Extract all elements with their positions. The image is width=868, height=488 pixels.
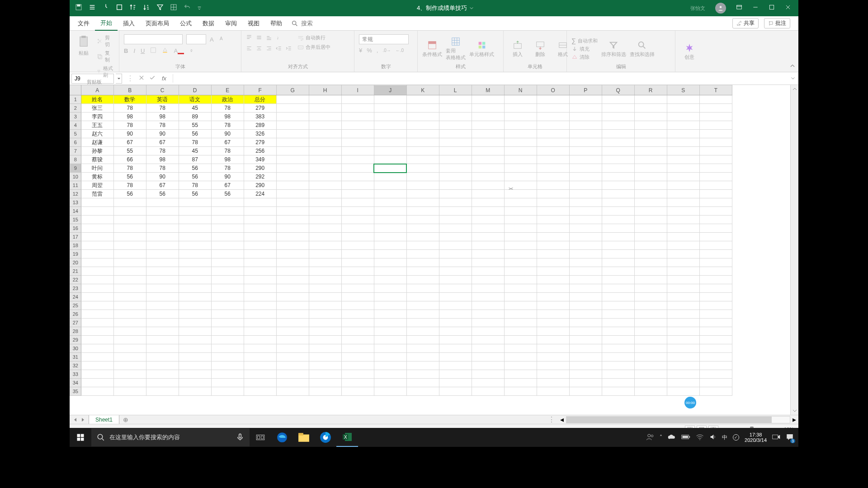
row-header[interactable]: 23 bbox=[70, 284, 81, 293]
cell[interactable] bbox=[504, 284, 537, 293]
cell[interactable] bbox=[602, 327, 634, 336]
cell[interactable] bbox=[211, 241, 244, 250]
cell[interactable] bbox=[406, 233, 439, 241]
cell[interactable] bbox=[667, 293, 699, 301]
row-header[interactable]: 4 bbox=[70, 121, 81, 130]
cell[interactable] bbox=[472, 207, 504, 216]
scroll-up-icon[interactable] bbox=[791, 85, 798, 93]
cell[interactable] bbox=[504, 344, 537, 353]
cell[interactable] bbox=[374, 344, 406, 353]
cell[interactable] bbox=[406, 95, 439, 104]
cell[interactable] bbox=[472, 181, 504, 190]
cell[interactable] bbox=[146, 310, 179, 319]
cell[interactable] bbox=[634, 173, 667, 181]
cell[interactable] bbox=[81, 198, 113, 207]
cell[interactable] bbox=[602, 233, 634, 241]
cell[interactable] bbox=[113, 353, 146, 361]
cell[interactable] bbox=[504, 138, 537, 147]
cell[interactable] bbox=[276, 387, 309, 396]
cell[interactable] bbox=[113, 310, 146, 319]
cell[interactable] bbox=[374, 379, 406, 387]
cell[interactable] bbox=[439, 173, 472, 181]
cell[interactable] bbox=[406, 379, 439, 387]
cell[interactable] bbox=[276, 370, 309, 379]
cell[interactable] bbox=[439, 276, 472, 284]
cell[interactable] bbox=[406, 310, 439, 319]
taskbar-app-edge[interactable] bbox=[271, 428, 293, 447]
cell[interactable] bbox=[374, 130, 406, 138]
cell[interactable] bbox=[634, 370, 667, 379]
cell[interactable]: 89 bbox=[179, 113, 211, 121]
cell[interactable] bbox=[113, 276, 146, 284]
cell[interactable] bbox=[472, 147, 504, 155]
cell[interactable] bbox=[667, 310, 699, 319]
cell[interactable] bbox=[81, 370, 113, 379]
cell[interactable]: 56 bbox=[113, 190, 146, 198]
cell[interactable]: 90 bbox=[146, 130, 179, 138]
cell[interactable] bbox=[374, 276, 406, 284]
row-header[interactable]: 14 bbox=[70, 207, 81, 216]
cell[interactable] bbox=[341, 370, 374, 379]
cell[interactable] bbox=[179, 319, 211, 327]
cell[interactable] bbox=[602, 336, 634, 344]
cell[interactable] bbox=[472, 138, 504, 147]
cell[interactable] bbox=[341, 276, 374, 284]
autosum-button[interactable]: ∑自动求和 bbox=[571, 37, 598, 44]
cell[interactable] bbox=[179, 276, 211, 284]
cell[interactable] bbox=[439, 293, 472, 301]
copy-button[interactable]: 复制 bbox=[97, 50, 114, 63]
cell[interactable] bbox=[341, 301, 374, 310]
column-header[interactable]: T bbox=[699, 85, 732, 95]
cell[interactable] bbox=[179, 233, 211, 241]
cell[interactable] bbox=[699, 250, 732, 258]
column-header[interactable]: A bbox=[81, 85, 113, 95]
wrap-text-button[interactable]: 自动换行 bbox=[297, 34, 330, 41]
font-family-select[interactable] bbox=[124, 34, 183, 44]
cell[interactable] bbox=[406, 361, 439, 370]
next-sheet-icon[interactable] bbox=[80, 416, 85, 424]
cell[interactable] bbox=[406, 353, 439, 361]
cell[interactable] bbox=[472, 267, 504, 276]
cell[interactable] bbox=[537, 336, 569, 344]
cell[interactable] bbox=[504, 233, 537, 241]
cell[interactable] bbox=[537, 173, 569, 181]
cell[interactable] bbox=[569, 147, 602, 155]
cell[interactable] bbox=[179, 336, 211, 344]
cell[interactable] bbox=[667, 173, 699, 181]
dec-indent-icon[interactable] bbox=[276, 45, 282, 53]
cell[interactable] bbox=[146, 258, 179, 267]
column-header[interactable]: E bbox=[211, 85, 244, 95]
cell[interactable] bbox=[309, 121, 341, 130]
cell[interactable]: 英语 bbox=[146, 95, 179, 104]
cell[interactable] bbox=[374, 370, 406, 379]
expand-formula-icon[interactable] bbox=[788, 75, 798, 83]
cell[interactable] bbox=[309, 361, 341, 370]
collapse-ribbon-icon[interactable] bbox=[789, 63, 796, 71]
font-color-button[interactable]: A bbox=[174, 47, 184, 54]
cell[interactable]: 语文 bbox=[179, 95, 211, 104]
cell[interactable]: 56 bbox=[179, 190, 211, 198]
cell[interactable] bbox=[439, 224, 472, 233]
cell[interactable] bbox=[699, 370, 732, 379]
cell[interactable] bbox=[81, 361, 113, 370]
conditional-format-button[interactable]: 条件格式 bbox=[422, 40, 442, 58]
cell[interactable] bbox=[341, 353, 374, 361]
cell[interactable] bbox=[374, 173, 406, 181]
cell[interactable] bbox=[179, 267, 211, 276]
cell[interactable] bbox=[537, 293, 569, 301]
cell[interactable] bbox=[406, 138, 439, 147]
ribbon-tab-插入[interactable]: 插入 bbox=[118, 16, 140, 31]
cell[interactable] bbox=[244, 361, 276, 370]
cell[interactable]: 67 bbox=[146, 181, 179, 190]
cell[interactable] bbox=[699, 276, 732, 284]
cell[interactable] bbox=[504, 353, 537, 361]
cell[interactable] bbox=[276, 216, 309, 224]
cell[interactable] bbox=[699, 336, 732, 344]
cell[interactable] bbox=[699, 95, 732, 104]
cell[interactable] bbox=[374, 104, 406, 113]
cell[interactable] bbox=[504, 95, 537, 104]
cell[interactable] bbox=[472, 155, 504, 164]
cell[interactable] bbox=[341, 138, 374, 147]
cell[interactable] bbox=[113, 241, 146, 250]
cell[interactable] bbox=[699, 310, 732, 319]
